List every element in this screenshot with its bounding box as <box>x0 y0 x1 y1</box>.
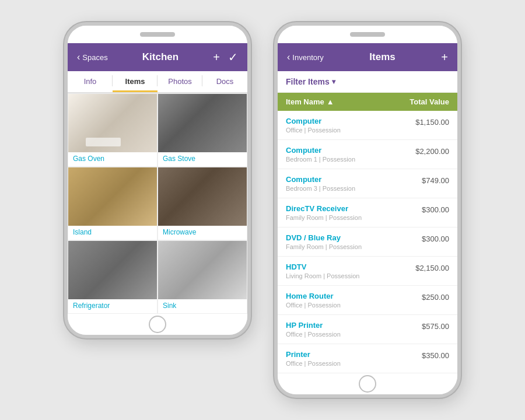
phone-inventory: ‹ Inventory Items + Filter Items ▾ Item … <box>274 22 461 398</box>
filter-bar: Filter Items ▾ <box>278 71 457 93</box>
volume-up-button <box>64 72 66 89</box>
table-row[interactable]: Home Router Office | Possession $250.00 <box>278 286 457 315</box>
item-name: Printer <box>286 350 422 359</box>
list-item[interactable]: Island <box>68 167 158 240</box>
speaker-2 <box>350 32 385 37</box>
microwave-label: Microwave <box>158 226 247 240</box>
phone-screen-2: ‹ Inventory Items + Filter Items ▾ Item … <box>278 43 457 373</box>
item-sub: Living Room | Possession <box>286 272 415 279</box>
item-sub: Family Room | Possession <box>286 243 422 250</box>
item-sub: Bedroom 1 | Possession <box>286 156 415 163</box>
tab-docs[interactable]: Docs <box>202 71 247 92</box>
item-info: Computer Office | Possession <box>286 117 415 134</box>
item-name: DirecTV Receiver <box>286 204 422 213</box>
table-row[interactable]: Printer Office | Possession $350.00 <box>278 344 457 373</box>
nav-actions: + ✓ <box>213 50 238 64</box>
item-name: DVD / Blue Ray <box>286 233 422 242</box>
tabs-bar: Info Items Photos Docs <box>68 71 247 93</box>
gas-oven-label: Gas Oven <box>68 152 157 166</box>
filter-button[interactable]: Filter Items ▾ <box>286 77 335 86</box>
home-button[interactable] <box>149 316 166 333</box>
back-button[interactable]: ‹ Spaces <box>77 52 108 62</box>
nav-actions-2: + <box>441 51 448 64</box>
sink-thumbnail <box>158 241 247 299</box>
sort-icon: ▲ <box>327 97 334 106</box>
back-label-2: Inventory <box>292 53 323 62</box>
list-item[interactable]: Gas Stove <box>158 93 247 167</box>
item-name: Computer <box>286 175 422 184</box>
gas-stove-label: Gas Stove <box>158 152 247 166</box>
gas-stove-thumbnail <box>158 94 247 152</box>
list-item[interactable]: Refrigerator <box>68 240 158 314</box>
item-info: Home Router Office | Possession <box>286 292 422 309</box>
item-name-column-header[interactable]: Item Name ▲ <box>286 97 334 106</box>
items-list: Computer Office | Possession $1,150.00 C… <box>278 111 457 373</box>
power-button-2 <box>459 84 461 107</box>
filter-label: Filter Items <box>286 77 330 86</box>
item-info: Printer Office | Possession <box>286 350 422 367</box>
phone-kitchen: ‹ Spaces Kitchen + ✓ Info Items Photos <box>64 22 251 338</box>
table-row[interactable]: DirecTV Receiver Family Room | Possessio… <box>278 198 457 228</box>
nav-bar-2: ‹ Inventory Items + <box>278 43 457 71</box>
island-thumbnail <box>68 167 157 226</box>
item-value: $300.00 <box>422 204 449 214</box>
item-value: $300.00 <box>422 233 449 243</box>
phone-screen: ‹ Spaces Kitchen + ✓ Info Items Photos <box>68 43 247 314</box>
back-chevron-icon-2: ‹ <box>287 52 290 62</box>
volume-up-button-2 <box>274 72 276 89</box>
item-name: HP Printer <box>286 321 422 330</box>
item-info: HDTV Living Room | Possession <box>286 262 415 279</box>
speaker <box>140 32 175 37</box>
photo-grid: Gas Oven Gas Stove Island Microwave Refr… <box>68 93 247 314</box>
gas-oven-thumbnail <box>68 94 157 152</box>
list-item[interactable]: Gas Oven <box>68 93 158 167</box>
tab-photos[interactable]: Photos <box>158 71 202 92</box>
item-value: $749.00 <box>422 175 449 185</box>
tab-info[interactable]: Info <box>68 71 113 92</box>
item-info: Computer Bedroom 3 | Possession <box>286 175 422 192</box>
sink-label: Sink <box>158 299 247 313</box>
phone-top-bar-2 <box>278 26 457 43</box>
back-chevron-icon: ‹ <box>77 52 80 62</box>
item-name: HDTV <box>286 262 415 271</box>
table-row[interactable]: Computer Bedroom 1 | Possession $2,200.0… <box>278 140 457 169</box>
item-info: DirecTV Receiver Family Room | Possessio… <box>286 204 422 221</box>
add-icon[interactable]: + <box>213 51 220 64</box>
table-row[interactable]: DVD / Blue Ray Family Room | Possession … <box>278 228 457 257</box>
item-value: $350.00 <box>422 350 449 360</box>
phone-bottom-bar-2 <box>278 373 457 394</box>
tab-items[interactable]: Items <box>113 71 158 92</box>
confirm-icon[interactable]: ✓ <box>228 50 238 64</box>
table-row[interactable]: Computer Bedroom 3 | Possession $749.00 <box>278 169 457 198</box>
item-info: Computer Bedroom 1 | Possession <box>286 146 415 163</box>
nav-bar: ‹ Spaces Kitchen + ✓ <box>68 43 247 71</box>
table-row[interactable]: HDTV Living Room | Possession $2,150.00 <box>278 257 457 286</box>
list-item[interactable]: Sink <box>158 240 247 314</box>
total-value-column-header: Total Value <box>410 97 449 106</box>
table-row[interactable]: HP Printer Office | Possession $575.00 <box>278 315 457 344</box>
mute-button <box>64 118 66 134</box>
back-button-2[interactable]: ‹ Inventory <box>287 52 324 62</box>
item-name: Home Router <box>286 292 422 300</box>
table-row[interactable]: Computer Office | Possession $1,150.00 <box>278 111 457 140</box>
item-sub: Office | Possession <box>286 360 422 367</box>
home-button-2[interactable] <box>359 375 376 393</box>
item-sub: Office | Possession <box>286 331 422 338</box>
island-label: Island <box>68 226 157 240</box>
item-value: $575.00 <box>422 321 449 331</box>
item-value: $1,150.00 <box>415 117 449 127</box>
volume-down-button-2 <box>274 96 276 112</box>
back-label: Spaces <box>82 53 107 62</box>
nav-title: Kitchen <box>142 51 178 63</box>
mute-button-2 <box>274 118 276 134</box>
phone-top-bar <box>68 26 247 43</box>
item-value: $250.00 <box>422 292 449 302</box>
filter-chevron-icon: ▾ <box>332 78 335 86</box>
item-sub: Office | Possession <box>286 127 415 134</box>
item-name: Computer <box>286 117 415 125</box>
list-item[interactable]: Microwave <box>158 167 247 240</box>
microwave-thumbnail <box>158 167 247 226</box>
volume-down-button <box>64 96 66 112</box>
add-icon-2[interactable]: + <box>441 51 448 64</box>
item-value: $2,200.00 <box>415 146 449 156</box>
